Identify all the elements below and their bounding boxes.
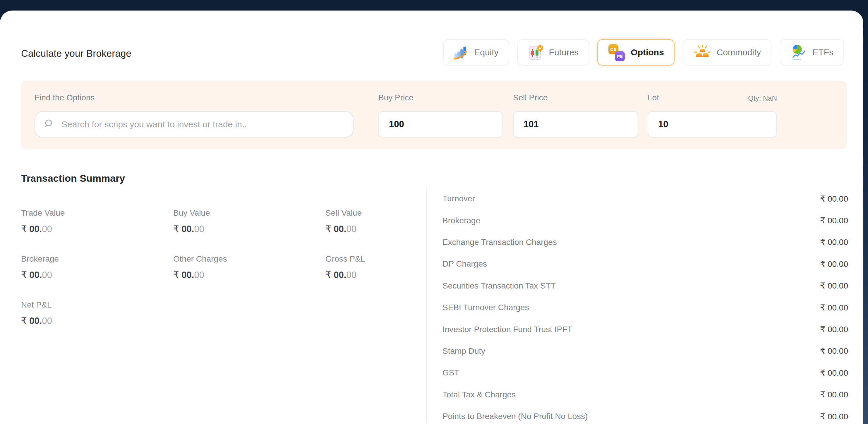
summary-card-value: ₹ 00.00 [21, 223, 173, 234]
summary-card-buy-value: Buy Value ₹ 00.00 [173, 208, 326, 254]
summary-card-label: Sell Value [326, 208, 448, 218]
summary-card-sell-value: Sell Value ₹ 00.00 [326, 208, 448, 254]
transaction-summary-heading: Transaction Summary [21, 173, 125, 184]
charge-row-stamp-duty: Stamp Duty ₹ 00.00 [442, 340, 848, 362]
sell-price-input[interactable] [514, 112, 638, 137]
tab-label: Futures [549, 48, 579, 57]
summary-card-label: Buy Value [173, 208, 326, 218]
tab-label: ETFs [812, 48, 834, 57]
brokerage-calculator-page: Calculate your Brokerage Equity [0, 0, 868, 424]
vertical-divider [426, 189, 427, 423]
summary-card-value: ₹ 00.00 [173, 270, 326, 280]
summary-cards-grid: Trade Value ₹ 00.00 Buy Value ₹ 00.00 Se… [21, 208, 448, 346]
charge-row-points-to-breakeven: Points to Breakeven (No Profit No Loss) … [442, 405, 848, 424]
equity-bars-icon [454, 45, 469, 60]
commodity-gold-icon [693, 44, 711, 60]
content-card: Calculate your Brokerage Equity [0, 10, 863, 424]
page-title: Calculate your Brokerage [21, 48, 131, 59]
summary-card-brokerage: Brokerage ₹ 00.00 [21, 254, 173, 300]
trade-input-panel: Find the Options Buy Price Sell Price Lo… [21, 81, 847, 149]
tab-options[interactable]: CE PE Options [597, 39, 674, 65]
summary-card-label: Other Charges [173, 254, 326, 264]
summary-card-value: ₹ 00.00 [326, 270, 448, 280]
buy-price-input[interactable] [379, 112, 502, 137]
qty-nan-label: Qty: NaN [648, 94, 777, 102]
summary-card-value: ₹ 00.00 [173, 223, 326, 234]
summary-card-gross-pl: Gross P&L ₹ 00.00 [326, 254, 448, 300]
charge-row-total-tax-charges: Total Tax & Charges ₹ 00.00 [442, 384, 848, 405]
futures-candles-icon [528, 44, 544, 61]
charge-row-turnover: Turnover ₹ 00.00 [442, 188, 848, 210]
tab-etfs[interactable]: ETFs [780, 39, 844, 65]
charge-row-ipft: Investor Protection Fund Trust IPFT ₹ 00… [442, 319, 848, 340]
charge-row-brokerage: Brokerage ₹ 00.00 [442, 210, 848, 231]
summary-card-value: ₹ 00.00 [21, 315, 173, 326]
charge-row-sebi-turnover-charges: SEBI Turnover Charges ₹ 00.00 [442, 297, 848, 319]
tab-label: Options [631, 48, 664, 57]
sell-price-label: Sell Price [513, 93, 548, 102]
summary-card-value: ₹ 00.00 [21, 270, 173, 280]
sell-price-field [513, 111, 638, 138]
scrip-search-input[interactable] [61, 119, 345, 129]
tab-label: Equity [474, 48, 498, 57]
summary-card-label: Gross P&L [326, 254, 448, 264]
summary-card-label: Brokerage [21, 254, 173, 264]
charge-row-dp-charges: DP Charges ₹ 00.00 [442, 253, 848, 275]
lot-field [648, 111, 777, 138]
segment-tabs: Equity Futures [443, 39, 844, 65]
tab-label: Commodity [717, 48, 761, 57]
search-icon [43, 118, 55, 131]
tab-futures[interactable]: Futures [518, 39, 589, 65]
summary-card-trade-value: Trade Value ₹ 00.00 [21, 208, 173, 254]
options-ce-pe-icon: CE PE [608, 43, 625, 61]
summary-card-value: ₹ 00.00 [326, 223, 448, 234]
svg-text:CE: CE [611, 47, 617, 52]
lot-input[interactable] [648, 112, 776, 137]
summary-card-label: Net P&L [21, 300, 173, 310]
find-options-label: Find the Options [34, 93, 95, 102]
buy-price-label: Buy Price [378, 93, 413, 102]
svg-text:PE: PE [617, 54, 623, 59]
summary-card-net-pl: Net P&L ₹ 00.00 [21, 300, 173, 346]
charge-row-exchange-transaction-charges: Exchange Transaction Charges ₹ 00.00 [442, 232, 848, 253]
charge-row-stt: Securities Transaction Tax STT ₹ 00.00 [442, 275, 848, 297]
etf-pie-chart-icon [790, 44, 807, 61]
summary-card-other-charges: Other Charges ₹ 00.00 [173, 254, 326, 300]
charge-row-gst: GST ₹ 00.00 [442, 362, 848, 384]
scrip-search-box[interactable] [34, 111, 353, 138]
summary-card-label: Trade Value [21, 208, 173, 218]
buy-price-field [378, 111, 503, 138]
tab-commodity[interactable]: Commodity [683, 39, 772, 65]
charges-list: Turnover ₹ 00.00 Brokerage ₹ 00.00 Excha… [442, 188, 848, 424]
tab-equity[interactable]: Equity [443, 39, 509, 65]
